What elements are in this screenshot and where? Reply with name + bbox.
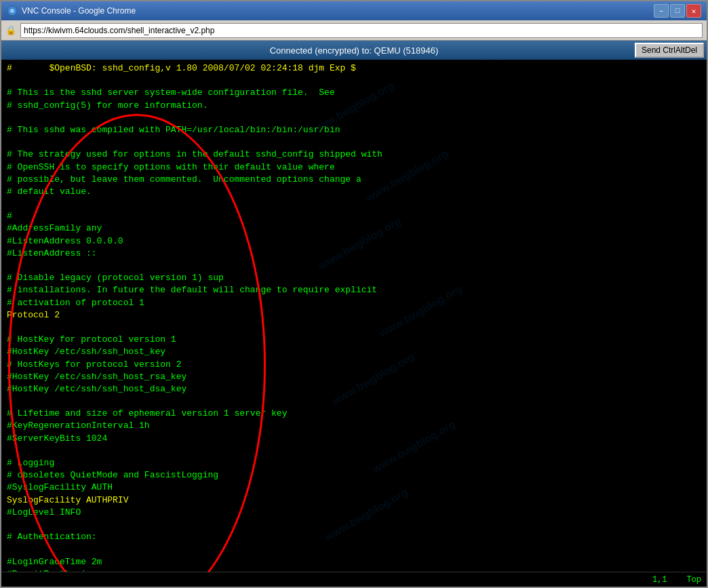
- address-input[interactable]: [20, 23, 703, 38]
- browser-icon: [7, 5, 18, 16]
- terminal-line-1: # $OpenBSD: sshd_config,v 1.80 2008/07/0…: [7, 63, 356, 73]
- browser-window: VNC Console - Google Chrome – □ ✕ 🔒 Conn…: [0, 0, 708, 588]
- terminal-loglevel-line: #LogLevel INFO # Authentication: #LoginG…: [7, 507, 123, 572]
- terminal-area[interactable]: www.bwgblog.org www.bwgblog.org www.bwgb…: [1, 60, 707, 572]
- address-bar: 🔒: [1, 20, 707, 41]
- vnc-status: Connected (encrypted) to: QEMU (518946): [270, 45, 439, 56]
- title-bar: VNC Console - Google Chrome – □ ✕: [1, 1, 707, 20]
- cursor-position: 1,1 Top: [652, 575, 701, 585]
- close-button[interactable]: ✕: [686, 4, 701, 18]
- terminal-protocol-line: Protocol 2: [7, 310, 60, 320]
- window-title: VNC Console - Google Chrome: [22, 6, 654, 16]
- terminal-content: # $OpenBSD: sshd_config,v 1.80 2008/07/0…: [7, 62, 701, 572]
- window-controls: – □ ✕: [654, 4, 701, 18]
- send-ctrl-alt-del-button[interactable]: Send CtrlAltDel: [635, 43, 704, 58]
- terminal-hostkey-section: # HostKey for protocol version 1 #HostKe…: [7, 334, 287, 492]
- terminal-syslog-line: SyslogFacility AUTHPRIV: [7, 495, 128, 505]
- minimize-button[interactable]: –: [654, 4, 669, 18]
- lock-icon: 🔒: [5, 25, 16, 36]
- vnc-top-bar: Connected (encrypted) to: QEMU (518946) …: [1, 41, 707, 60]
- maximize-button[interactable]: □: [670, 4, 685, 18]
- svg-point-1: [10, 9, 14, 13]
- status-bar: 1,1 Top: [1, 572, 707, 587]
- terminal-line-3: # This is the sshd server system-wide co…: [7, 87, 382, 307]
